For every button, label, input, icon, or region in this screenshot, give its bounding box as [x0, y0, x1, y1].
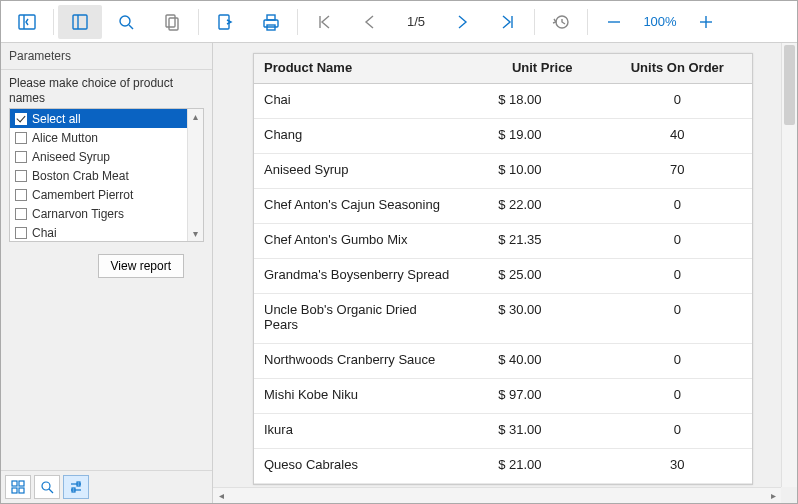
search-tab[interactable]: [34, 475, 60, 499]
list-item-label: Boston Crab Meat: [32, 169, 129, 183]
checkbox[interactable]: [15, 151, 27, 163]
single-page-icon: [71, 13, 89, 31]
cell-unit-price: $ 22.00: [463, 189, 602, 224]
cell-unit-price: $ 21.00: [463, 449, 602, 484]
checkbox[interactable]: [15, 227, 27, 239]
list-item[interactable]: Aniseed Syrup: [10, 147, 187, 166]
cell-units-on-order: 0: [603, 414, 752, 449]
checkbox[interactable]: [15, 170, 27, 182]
list-item-label: Aniseed Syrup: [32, 150, 110, 164]
cell-units-on-order: 70: [603, 154, 752, 189]
report-viewer: Product Name Unit Price Units On Order C…: [213, 43, 797, 503]
svg-rect-20: [12, 488, 17, 493]
parameters-prompt: Please make choice of product names: [9, 76, 204, 106]
cell-units-on-order: 0: [603, 379, 752, 414]
listbox-scrollbar[interactable]: ▴ ▾: [187, 109, 203, 241]
checkbox[interactable]: [15, 208, 27, 220]
svg-rect-7: [169, 18, 178, 30]
cell-product-name: Chang: [254, 119, 463, 154]
table-row: Mishi Kobe Niku$ 97.000: [254, 379, 752, 414]
col-product-name: Product Name: [254, 54, 463, 84]
list-item[interactable]: Carnarvon Tigers: [10, 204, 187, 223]
scroll-down-icon: ▾: [193, 228, 198, 239]
history-icon: [552, 13, 570, 31]
vertical-scrollbar[interactable]: [781, 43, 797, 487]
list-item[interactable]: Boston Crab Meat: [10, 166, 187, 185]
sidebar-toggle-button[interactable]: [5, 5, 49, 39]
cell-product-name: Ikura: [254, 414, 463, 449]
report-page: Product Name Unit Price Units On Order C…: [253, 53, 753, 485]
export-button[interactable]: [203, 5, 247, 39]
product-listbox[interactable]: Select allAlice MuttonAniseed SyrupBosto…: [9, 108, 204, 242]
search-small-icon: [40, 480, 54, 494]
scroll-left-icon: ◂: [213, 488, 229, 504]
print-icon: [261, 13, 281, 31]
cell-units-on-order: 40: [603, 119, 752, 154]
history-button[interactable]: [539, 5, 583, 39]
last-page-button[interactable]: [486, 5, 530, 39]
last-page-icon: [499, 13, 517, 31]
cell-units-on-order: 0: [603, 84, 752, 119]
cell-unit-price: $ 31.00: [463, 414, 602, 449]
thumbnails-tab[interactable]: [5, 475, 31, 499]
zoom-in-button[interactable]: [684, 5, 728, 39]
checkbox[interactable]: [15, 132, 27, 144]
svg-rect-18: [12, 481, 17, 486]
search-button[interactable]: [104, 5, 148, 39]
cell-product-name: Grandma's Boysenberry Spread: [254, 259, 463, 294]
list-item[interactable]: Chai: [10, 223, 187, 241]
list-item[interactable]: Camembert Pierrot: [10, 185, 187, 204]
panel-left-icon: [18, 13, 36, 31]
parameters-panel: Parameters Please make choice of product…: [1, 43, 213, 503]
cell-unit-price: $ 18.00: [463, 84, 602, 119]
svg-rect-9: [264, 20, 278, 27]
copy-button[interactable]: [150, 5, 194, 39]
list-item[interactable]: Select all: [10, 109, 187, 128]
horizontal-scrollbar[interactable]: ◂ ▸: [213, 487, 781, 503]
table-row: Grandma's Boysenberry Spread$ 25.000: [254, 259, 752, 294]
checkbox[interactable]: [15, 113, 27, 125]
plus-icon: [697, 13, 715, 31]
svg-line-23: [49, 489, 53, 493]
cell-units-on-order: 0: [603, 259, 752, 294]
table-row: Queso Cabrales$ 21.0030: [254, 449, 752, 484]
page-indicator[interactable]: 1/5: [394, 14, 438, 29]
cell-units-on-order: 0: [603, 224, 752, 259]
svg-point-22: [42, 482, 50, 490]
single-page-button[interactable]: [58, 5, 102, 39]
scroll-up-icon: ▴: [193, 111, 198, 122]
scroll-thumb[interactable]: [784, 45, 795, 125]
zoom-level[interactable]: 100%: [638, 14, 682, 29]
table-row: Ikura$ 31.000: [254, 414, 752, 449]
parameters-title: Parameters: [1, 43, 212, 70]
list-item-label: Carnarvon Tigers: [32, 207, 124, 221]
zoom-out-button[interactable]: [592, 5, 636, 39]
svg-rect-6: [166, 15, 175, 27]
svg-line-5: [129, 25, 133, 29]
print-button[interactable]: [249, 5, 293, 39]
minus-icon: [605, 13, 623, 31]
cell-product-name: Mishi Kobe Niku: [254, 379, 463, 414]
cell-product-name: Chef Anton's Cajun Seasoning: [254, 189, 463, 224]
first-page-button[interactable]: [302, 5, 346, 39]
parameters-tab[interactable]: [63, 475, 89, 499]
prev-page-button[interactable]: [348, 5, 392, 39]
next-page-button[interactable]: [440, 5, 484, 39]
view-report-button[interactable]: View report: [98, 254, 184, 278]
cell-unit-price: $ 10.00: [463, 154, 602, 189]
svg-rect-0: [19, 15, 35, 29]
cell-product-name: Northwoods Cranberry Sauce: [254, 344, 463, 379]
copy-icon: [163, 13, 181, 31]
cell-units-on-order: 0: [603, 189, 752, 224]
cell-units-on-order: 30: [603, 449, 752, 484]
cell-product-name: Uncle Bob's Organic Dried Pears: [254, 294, 463, 344]
next-page-icon: [453, 13, 471, 31]
search-icon: [117, 13, 135, 31]
separator: [297, 9, 298, 35]
cell-unit-price: $ 21.35: [463, 224, 602, 259]
separator: [198, 9, 199, 35]
sliders-icon: [69, 480, 83, 494]
list-item[interactable]: Alice Mutton: [10, 128, 187, 147]
checkbox[interactable]: [15, 189, 27, 201]
table-row: Aniseed Syrup$ 10.0070: [254, 154, 752, 189]
